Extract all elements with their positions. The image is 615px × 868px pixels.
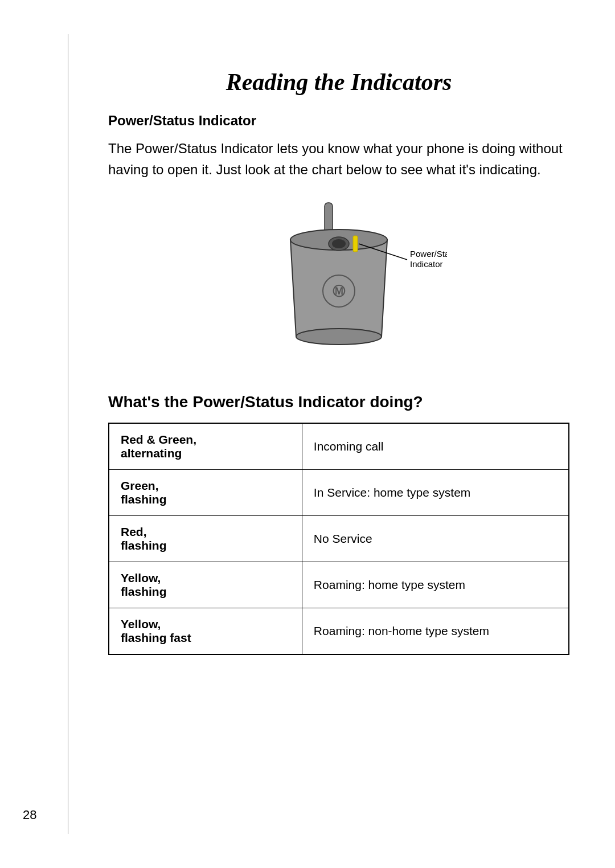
table-row: Yellow,flashing fastRoaming: non-home ty…	[109, 608, 569, 655]
phone-diagram-container: Ⓜ Power/Status Indicator	[108, 197, 569, 370]
power-status-body: The Power/Status Indicator lets you know…	[108, 138, 569, 180]
svg-point-3	[332, 239, 346, 248]
table-row: Yellow,flashingRoaming: home type system	[109, 562, 569, 608]
table-cell-condition: Yellow,flashing	[109, 562, 302, 608]
table-cell-description: No Service	[302, 516, 569, 562]
table-cell-description: Roaming: non-home type system	[302, 608, 569, 655]
power-status-heading: Power/Status Indicator	[108, 113, 569, 129]
table-cell-condition: Green,flashing	[109, 470, 302, 516]
svg-rect-4	[353, 236, 358, 252]
table-row: Green,flashingIn Service: home type syst…	[109, 470, 569, 516]
page-title: Reading the Indicators	[108, 68, 569, 96]
table-cell-condition: Red,flashing	[109, 516, 302, 562]
content-area: Reading the Indicators Power/Status Indi…	[68, 34, 615, 834]
table-cell-condition: Red & Green,alternating	[109, 423, 302, 470]
table-row: Red,flashingNo Service	[109, 516, 569, 562]
page-number: 28	[23, 808, 68, 822]
table-cell-condition: Yellow,flashing fast	[109, 608, 302, 655]
table-row: Red & Green,alternatingIncoming call	[109, 423, 569, 470]
svg-text:Ⓜ: Ⓜ	[333, 284, 346, 298]
svg-text:Indicator: Indicator	[410, 259, 443, 269]
phone-diagram: Ⓜ Power/Status Indicator	[231, 197, 447, 370]
indicator-table: Red & Green,alternatingIncoming callGree…	[108, 423, 569, 655]
table-cell-description: Incoming call	[302, 423, 569, 470]
table-cell-description: Roaming: home type system	[302, 562, 569, 608]
left-margin: 28	[0, 34, 68, 834]
table-heading: What's the Power/Status Indicator doing?	[108, 393, 569, 411]
table-cell-description: In Service: home type system	[302, 470, 569, 516]
page-container: 28 Reading the Indicators Power/Status I…	[0, 0, 615, 868]
svg-point-7	[296, 329, 382, 345]
svg-text:Power/Status: Power/Status	[410, 249, 447, 259]
